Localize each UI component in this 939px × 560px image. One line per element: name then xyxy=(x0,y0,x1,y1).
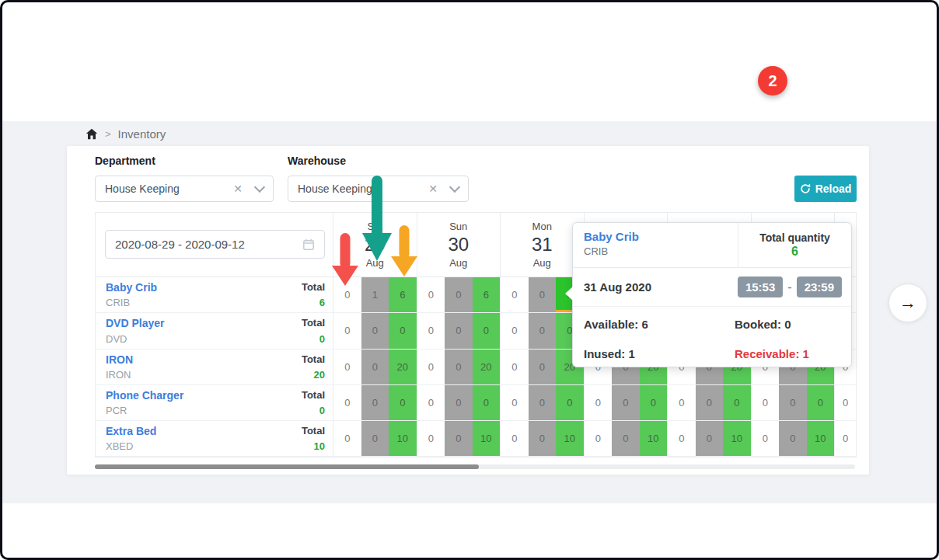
grid-cell[interactable]: 10 xyxy=(473,421,501,456)
reload-label: Reload xyxy=(815,183,852,195)
grid-cell[interactable]: 0 xyxy=(529,313,557,348)
grid-cell[interactable]: 0 xyxy=(585,421,613,456)
chevron-down-icon[interactable] xyxy=(449,182,460,193)
clear-icon[interactable]: ✕ xyxy=(428,183,438,195)
grid-cell[interactable]: 10 xyxy=(807,421,835,456)
grid-cell[interactable]: 0 xyxy=(445,421,473,456)
date-range-input[interactable]: 2020-08-29 - 2020-09-12 xyxy=(105,230,325,259)
grid-cell[interactable]: 0 xyxy=(445,350,473,384)
item-name-link[interactable]: DVD Player xyxy=(106,317,164,329)
day-column: 0010 xyxy=(584,421,668,456)
grid-cell[interactable]: 0 xyxy=(585,385,613,420)
date-range-value: 2020-08-29 - 2020-09-12 xyxy=(115,238,245,251)
grid-cell[interactable]: 0 xyxy=(834,385,856,420)
grid-cell[interactable]: 0 xyxy=(417,385,445,420)
grid-cell[interactable]: 0 xyxy=(779,421,807,456)
grid-cell[interactable]: 0 xyxy=(723,385,751,420)
item-cell-right: Total0 xyxy=(302,389,325,416)
day-month: Aug xyxy=(533,257,551,269)
popover-item-link[interactable]: Baby Crib xyxy=(584,230,738,243)
item-name-link[interactable]: Extra Bed xyxy=(106,425,156,437)
grid-cell[interactable]: 0 xyxy=(473,313,501,348)
popover-header: Baby Crib CRIB Total quantity 6 xyxy=(573,223,851,268)
app-window: > Inventory Department House Keeping ✕ W… xyxy=(0,0,939,560)
time-from-badge: 15:53 xyxy=(738,277,783,297)
total-value: 6 xyxy=(319,297,325,308)
popover-total-quantity: Total quantity 6 xyxy=(738,223,851,267)
grid-cell[interactable]: 0 xyxy=(417,277,445,312)
calendar-icon[interactable] xyxy=(302,238,315,251)
item-cell-right: Total10 xyxy=(302,425,325,452)
item-name-link[interactable]: Baby Crib xyxy=(106,281,157,294)
grid-cell[interactable]: 0 xyxy=(834,421,856,456)
grid-cell[interactable]: 0 xyxy=(696,421,724,456)
grid-cell[interactable]: 0 xyxy=(529,350,557,384)
grid-cell[interactable]: 0 xyxy=(752,385,780,420)
grid-cell[interactable]: 0 xyxy=(501,421,529,456)
item-code: PCR xyxy=(106,405,183,416)
grid-cell[interactable]: 0 xyxy=(361,350,389,384)
grid-cell[interactable]: 0 xyxy=(389,385,417,420)
grid-cell[interactable]: 0 xyxy=(501,277,529,312)
chevron-down-icon[interactable] xyxy=(254,182,265,193)
grid-cell[interactable]: 0 xyxy=(389,313,417,348)
grid-cell[interactable]: 0 xyxy=(501,385,529,420)
grid-cell[interactable]: 10 xyxy=(640,421,668,456)
grid-cell[interactable]: 6 xyxy=(389,277,417,312)
grid-cell[interactable]: 0 xyxy=(807,385,835,420)
grid-cell[interactable]: 6 xyxy=(473,277,501,312)
grid-cell[interactable]: 0 xyxy=(333,350,361,384)
grid-cell[interactable]: 0 xyxy=(445,313,473,348)
grid-cell[interactable]: 0 xyxy=(501,350,529,384)
grid-cell[interactable]: 0 xyxy=(696,385,724,420)
grid-cell[interactable]: 0 xyxy=(529,385,557,420)
grid-cell[interactable]: 0 xyxy=(640,385,668,420)
grid-cell[interactable]: 0 xyxy=(752,421,780,456)
grid-cell[interactable]: 0 xyxy=(361,421,389,456)
grid-cell[interactable]: 1 xyxy=(361,277,389,312)
grid-cell[interactable]: 0 xyxy=(612,385,640,420)
grid-cell[interactable]: 0 xyxy=(417,313,445,348)
grid-cell[interactable]: 0 xyxy=(333,421,361,456)
grid-cell[interactable]: 0 xyxy=(779,385,807,420)
department-select[interactable]: House Keeping ✕ xyxy=(95,176,274,202)
day-column: 000 xyxy=(417,313,501,348)
clear-icon[interactable]: ✕ xyxy=(233,183,243,195)
day-column: 000 xyxy=(500,385,584,420)
total-value: 20 xyxy=(314,369,325,381)
next-button[interactable]: → xyxy=(888,283,927,322)
grid-cell[interactable]: 0 xyxy=(612,421,640,456)
grid-cell[interactable]: 0 xyxy=(333,313,361,348)
grid-cell[interactable]: 10 xyxy=(723,421,751,456)
reload-button[interactable]: Reload xyxy=(794,176,857,202)
grid-cell[interactable]: 0 xyxy=(668,421,696,456)
grid-cell[interactable]: 0 xyxy=(529,277,557,312)
grid-cell[interactable]: 0 xyxy=(445,385,473,420)
grid-cell[interactable]: 10 xyxy=(556,421,584,456)
day-column: 0010 xyxy=(751,421,835,456)
day-header: Sun30Aug xyxy=(417,213,501,277)
item-cell: Baby CribCRIBTotal6 xyxy=(96,277,333,312)
grid-cell[interactable]: 0 xyxy=(333,385,361,420)
grid-cell[interactable]: 0 xyxy=(473,385,501,420)
grid-cell[interactable]: 0 xyxy=(417,350,445,384)
grid-cell[interactable]: 0 xyxy=(501,313,529,348)
grid-cell[interactable]: 20 xyxy=(389,350,417,384)
grid-cell[interactable]: 0 xyxy=(445,277,473,312)
scrollbar-thumb[interactable] xyxy=(95,464,479,469)
grid-cell[interactable]: 0 xyxy=(417,421,445,456)
grid-cell[interactable]: 0 xyxy=(361,385,389,420)
total-quantity-value: 6 xyxy=(791,245,798,259)
grid-cell[interactable]: 10 xyxy=(389,421,417,456)
item-name-link[interactable]: Phone Charger xyxy=(106,389,183,402)
day-column: 000 xyxy=(751,385,835,420)
horizontal-scrollbar[interactable] xyxy=(95,464,855,469)
item-name-link[interactable]: IRON xyxy=(106,353,133,366)
stat-available: Available: 6 xyxy=(584,318,735,331)
home-icon[interactable] xyxy=(86,128,98,141)
grid-cell[interactable]: 0 xyxy=(529,421,557,456)
grid-cell[interactable]: 20 xyxy=(473,350,501,384)
grid-cell[interactable]: 0 xyxy=(556,385,584,420)
grid-cell[interactable]: 0 xyxy=(361,313,389,348)
grid-cell[interactable]: 0 xyxy=(668,385,696,420)
